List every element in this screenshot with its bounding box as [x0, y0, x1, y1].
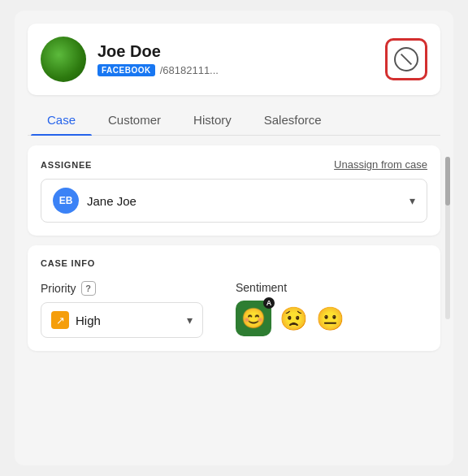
- main-panel: Joe Doe FACEBOOK /68182111... Case Custo…: [15, 11, 453, 465]
- profile-name: Joe Doe: [98, 42, 219, 61]
- avatar: [41, 37, 86, 82]
- sentiment-badge: A: [263, 297, 275, 309]
- happy-emoji: 😊: [241, 307, 266, 330]
- tab-salesforce[interactable]: Salesforce: [248, 105, 338, 135]
- scrollbar[interactable]: [445, 157, 450, 319]
- block-icon-line: [401, 54, 412, 65]
- sentiment-neutral-button[interactable]: 😐: [316, 305, 344, 332]
- priority-label: Priority: [41, 282, 76, 295]
- platform-badge: FACEBOOK: [98, 64, 155, 76]
- assignee-label: ASSIGNEE: [41, 160, 92, 170]
- case-info-section: CASE INFO Priority ? ↗ High: [28, 245, 440, 351]
- priority-left: ↗ High: [51, 311, 101, 329]
- profile-id: /68182111...: [160, 64, 219, 76]
- assignee-dropdown[interactable]: EB Jane Joe ▾: [41, 179, 427, 223]
- tab-case[interactable]: Case: [31, 105, 92, 135]
- priority-icon: ↗: [51, 311, 69, 329]
- sentiment-label: Sentiment: [236, 281, 344, 294]
- sentiment-happy-button[interactable]: 😊 A: [236, 301, 271, 336]
- priority-chevron-icon: ▾: [187, 314, 193, 327]
- case-info-row: Priority ? ↗ High ▾ Senti: [41, 281, 427, 338]
- assignee-name: Jane Joe: [87, 194, 136, 208]
- block-button[interactable]: [385, 38, 427, 80]
- tab-history[interactable]: History: [177, 105, 248, 135]
- priority-value: High: [76, 314, 101, 327]
- block-icon: [394, 47, 418, 71]
- case-info-label: CASE INFO: [41, 258, 427, 268]
- scrollbar-thumb: [445, 157, 450, 206]
- profile-card: Joe Doe FACEBOOK /68182111...: [28, 24, 440, 95]
- profile-left: Joe Doe FACEBOOK /68182111...: [41, 37, 219, 82]
- sentiment-field: Sentiment 😊 A 😟 😐: [236, 281, 344, 336]
- sentiment-sad-button[interactable]: 😟: [280, 305, 308, 332]
- assignee-left: EB Jane Joe: [53, 188, 136, 214]
- priority-label-row: Priority ?: [41, 281, 203, 296]
- priority-dropdown[interactable]: ↗ High ▾: [41, 302, 203, 338]
- tab-customer[interactable]: Customer: [92, 105, 177, 135]
- profile-meta: FACEBOOK /68182111...: [98, 64, 219, 76]
- priority-help-icon[interactable]: ?: [81, 281, 96, 296]
- assignee-avatar: EB: [53, 188, 79, 214]
- priority-field: Priority ? ↗ High ▾: [41, 281, 203, 338]
- assignee-section: ASSIGNEE Unassign from case EB Jane Joe …: [28, 145, 440, 236]
- profile-info: Joe Doe FACEBOOK /68182111...: [98, 42, 219, 76]
- unassign-link[interactable]: Unassign from case: [334, 158, 427, 171]
- sentiment-icons: 😊 A 😟 😐: [236, 301, 344, 336]
- chevron-down-icon: ▾: [410, 194, 415, 207]
- assignee-header: ASSIGNEE Unassign from case: [41, 158, 427, 171]
- tabs-bar: Case Customer History Salesforce: [28, 105, 440, 136]
